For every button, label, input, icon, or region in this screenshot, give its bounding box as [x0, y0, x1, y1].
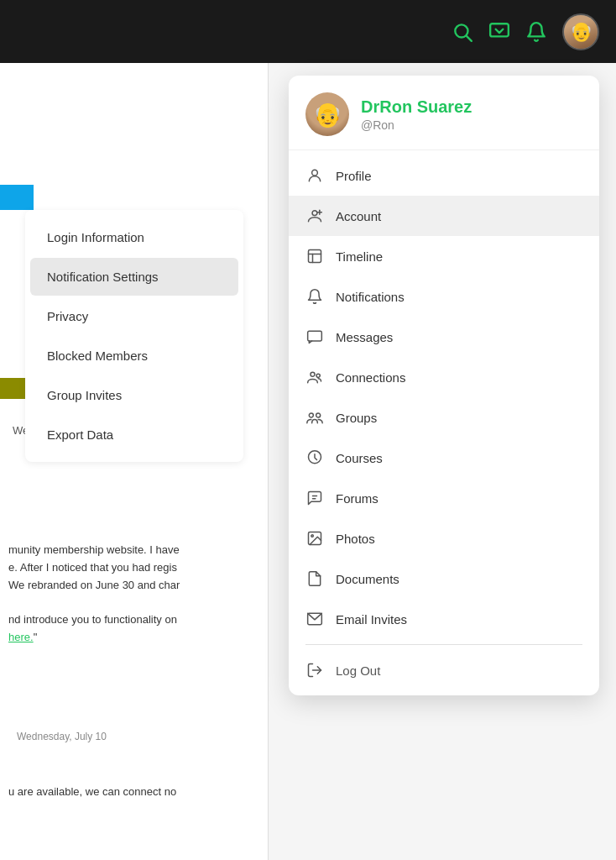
submenu-item-group-invites[interactable]: Group Invites — [30, 376, 238, 414]
dropdown-item-documents[interactable]: Documents — [289, 558, 599, 599]
submenu-item-blocked-members[interactable]: Blocked Members — [30, 337, 238, 375]
user-dropdown-menu: 👴 DrRon Suarez @Ron Profile — [289, 76, 599, 695]
dropdown-item-photos[interactable]: Photos — [289, 518, 599, 558]
svg-line-1 — [467, 35, 472, 40]
svg-point-13 — [309, 413, 313, 417]
svg-point-18 — [311, 535, 314, 538]
dropdown-user-name: DrRon Suarez — [361, 97, 472, 117]
dropdown-item-profile[interactable]: Profile — [289, 155, 599, 196]
bg-text-block2: u are available, we can connect no — [8, 785, 264, 798]
svg-rect-2 — [490, 24, 509, 36]
photos-icon — [305, 529, 324, 548]
svg-point-11 — [311, 372, 315, 376]
profile-icon — [305, 166, 324, 185]
blue-accent-bar — [0, 185, 34, 210]
svg-rect-10 — [308, 331, 322, 341]
dropdown-divider — [305, 644, 582, 645]
notifications-icon — [305, 287, 324, 306]
submenu-item-notification-settings[interactable]: Notification Settings — [30, 258, 238, 296]
bg-text-block1: munity membership website. I have e. Aft… — [8, 542, 260, 647]
svg-point-14 — [316, 413, 321, 417]
dropdown-item-messages[interactable]: Messages — [289, 317, 599, 357]
dropdown-item-connections[interactable]: Connections — [289, 357, 599, 397]
bg-link[interactable]: here. — [8, 631, 34, 643]
connections-icon — [305, 368, 324, 386]
dropdown-user-avatar: 👴 — [305, 92, 349, 136]
dropdown-item-notifications[interactable]: Notifications — [289, 276, 599, 317]
dropdown-item-logout[interactable]: Log Out — [289, 650, 599, 690]
messages-icon — [305, 328, 324, 346]
svg-point-3 — [312, 170, 318, 176]
top-navbar: 👴 — [0, 0, 616, 63]
dropdown-user-header: 👴 DrRon Suarez @Ron — [289, 76, 599, 150]
dropdown-item-courses[interactable]: Courses — [289, 438, 599, 478]
dropdown-item-account[interactable]: Account — [289, 196, 599, 236]
dropdown-item-forums[interactable]: Forums — [289, 478, 599, 518]
svg-point-12 — [316, 374, 320, 377]
settings-submenu: Login Information Notification Settings … — [25, 210, 243, 462]
documents-icon — [305, 569, 324, 588]
notification-bell-icon[interactable] — [525, 21, 547, 43]
timeline-icon — [305, 247, 324, 265]
inbox-icon[interactable] — [488, 21, 510, 43]
email-icon — [305, 610, 324, 628]
account-icon — [305, 207, 324, 225]
dropdown-menu-list: Profile Account — [289, 150, 599, 695]
search-icon[interactable] — [452, 21, 473, 43]
dropdown-item-timeline[interactable]: Timeline — [289, 236, 599, 276]
submenu-item-privacy[interactable]: Privacy — [30, 297, 238, 335]
dropdown-item-email-invites[interactable]: Email Invites — [289, 599, 599, 639]
logout-icon — [305, 661, 324, 679]
groups-icon — [305, 408, 324, 427]
dropdown-user-handle: @Ron — [361, 118, 472, 132]
submenu-item-export-data[interactable]: Export Data — [30, 416, 238, 454]
submenu-item-login-information[interactable]: Login Information — [30, 218, 238, 256]
svg-rect-7 — [309, 250, 321, 263]
courses-icon — [305, 448, 324, 467]
dropdown-item-groups[interactable]: Groups — [289, 397, 599, 438]
user-avatar[interactable]: 👴 — [562, 13, 599, 50]
dropdown-user-info: DrRon Suarez @Ron — [361, 97, 472, 132]
svg-point-4 — [312, 211, 317, 216]
bg-date: Wednesday, July 10 — [17, 731, 107, 742]
forums-icon — [305, 489, 324, 507]
